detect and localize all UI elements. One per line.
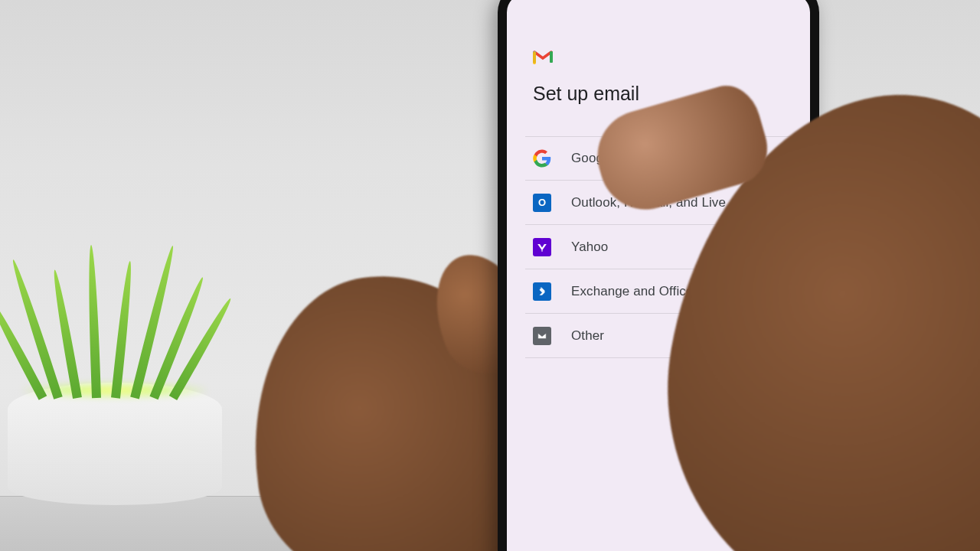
yahoo-icon [533,238,551,256]
page-title: Set up email [533,83,639,105]
plant-pot [8,383,222,505]
gmail-logo-icon [533,49,553,64]
exchange-icon [533,282,551,301]
provider-label: Other [571,328,604,344]
svg-rect-1 [550,51,553,63]
google-icon [533,149,551,168]
mail-icon [533,327,551,345]
outlook-icon: O [533,194,551,212]
plant-light-glow [23,383,207,398]
plant [31,237,199,398]
provider-label: Yahoo [571,240,608,255]
